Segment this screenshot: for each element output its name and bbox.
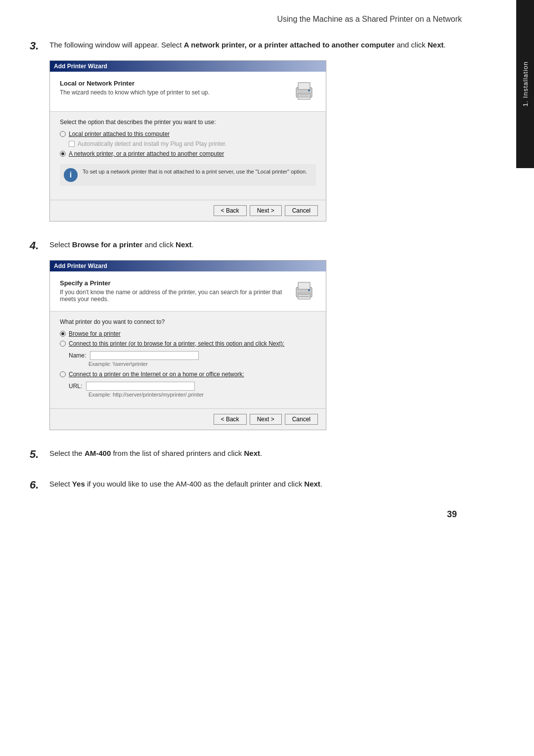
wizard-titlebar-1: Add Printer Wizard bbox=[50, 61, 326, 72]
step6-bold: Yes bbox=[72, 480, 85, 488]
svg-point-11 bbox=[308, 289, 310, 291]
info-text-1: To set up a network printer that is not … bbox=[83, 168, 307, 176]
wizard-content-1: Select the option that describes the pri… bbox=[50, 112, 326, 200]
wizard-header-title-2: Specify a Printer bbox=[60, 279, 286, 287]
radio-label-1: Local printer attached to this computer bbox=[69, 131, 170, 137]
radio-internet-printer[interactable]: Connect to a printer on the Internet or … bbox=[60, 371, 316, 378]
checkbox-label-1: Automatically detect and install my Plug… bbox=[78, 140, 227, 147]
step-4: 4. Select Browse for a printer and click… bbox=[30, 239, 487, 430]
name-example: Example: \\server\printer bbox=[89, 361, 316, 367]
step-5-header: 5. Select the AM-400 from the list of sh… bbox=[30, 448, 487, 461]
wizard-footer-1: < Back Next > Cancel bbox=[50, 200, 326, 221]
step6-text-before: Select bbox=[49, 480, 72, 488]
radio-circle-3 bbox=[60, 151, 66, 157]
step-5-number: 5. bbox=[30, 448, 44, 461]
step5-period: . bbox=[260, 449, 262, 457]
step-4-header: 4. Select Browse for a printer and click… bbox=[30, 239, 487, 252]
url-example: Example: http://server/printers/myprinte… bbox=[89, 392, 316, 398]
side-tab-label: 1. Installation bbox=[522, 61, 529, 107]
wizard-header-text-2: Specify a Printer If you don't know the … bbox=[60, 279, 286, 303]
next-button-1[interactable]: Next > bbox=[250, 205, 282, 216]
step3-text-after: and click bbox=[395, 41, 428, 49]
wizard-header-text-1: Local or Network Printer The wizard need… bbox=[60, 80, 286, 96]
step-4-number: 4. bbox=[30, 239, 44, 252]
wizard-titlebar-2: Add Printer Wizard bbox=[50, 261, 326, 271]
step-5-text: Select the AM-400 from the list of share… bbox=[49, 448, 262, 459]
side-tab: 1. Installation bbox=[516, 0, 534, 168]
step-4-text: Select Browse for a printer and click Ne… bbox=[49, 239, 194, 251]
cancel-button-2[interactable]: Cancel bbox=[285, 414, 318, 425]
svg-rect-10 bbox=[299, 296, 309, 297]
step-3-header: 3. The following window will appear. Sel… bbox=[30, 40, 487, 52]
printer-icon-2 bbox=[292, 279, 316, 303]
step5-click: Next bbox=[244, 449, 261, 457]
checkbox-box-1 bbox=[69, 141, 75, 147]
info-icon-1: i bbox=[64, 168, 78, 182]
name-form-row: Name: bbox=[69, 351, 316, 360]
radio-local-printer[interactable]: Local printer attached to this computer bbox=[60, 131, 316, 137]
step4-period: . bbox=[192, 240, 194, 249]
step-5: 5. Select the AM-400 from the list of sh… bbox=[30, 448, 487, 461]
back-button-1[interactable]: < Back bbox=[214, 205, 247, 216]
url-label: URL: bbox=[69, 383, 82, 390]
wizard-title-1: Add Printer Wizard bbox=[54, 63, 107, 70]
radio-circle-browse bbox=[60, 331, 66, 337]
radio-label-3: A network printer, or a printer attached… bbox=[69, 150, 224, 157]
wizard-header-desc-1: The wizard needs to know which type of p… bbox=[60, 89, 286, 96]
step6-period: . bbox=[320, 480, 322, 488]
step-6-number: 6. bbox=[30, 479, 44, 491]
svg-point-5 bbox=[308, 89, 310, 91]
svg-rect-4 bbox=[299, 96, 309, 97]
step-3-number: 3. bbox=[30, 40, 44, 52]
url-input[interactable] bbox=[86, 382, 195, 391]
radio-connect-printer[interactable]: Connect to this printer (or to browse fo… bbox=[60, 340, 316, 347]
wizard-title-2: Add Printer Wizard bbox=[54, 263, 107, 269]
radio-circle-1 bbox=[60, 131, 66, 137]
svg-rect-1 bbox=[298, 83, 310, 89]
wizard-dialog-2: Add Printer Wizard Specify a Printer If … bbox=[49, 260, 326, 430]
main-content: Using the Machine as a Shared Printer on… bbox=[0, 0, 516, 539]
info-box-1: i To set up a network printer that is no… bbox=[60, 164, 316, 186]
checkbox-autodetect: Automatically detect and install my Plug… bbox=[69, 140, 316, 147]
step-6-text: Select Yes if you would like to use the … bbox=[49, 479, 322, 490]
name-label: Name: bbox=[69, 352, 86, 359]
step5-text-after: from the list of shared printers and cli… bbox=[111, 449, 244, 457]
wizard-content-2: What printer do you want to connect to? … bbox=[50, 311, 326, 408]
step4-bold: Browse for a printer bbox=[72, 240, 143, 249]
step4-text-after: and click bbox=[142, 240, 176, 249]
radio-circle-internet bbox=[60, 371, 66, 377]
step3-bold: A network printer, or a printer attached… bbox=[184, 41, 395, 49]
radio-browse-printer[interactable]: Browse for a printer bbox=[60, 330, 316, 337]
radio-label-browse: Browse for a printer bbox=[69, 330, 121, 337]
step5-text-before: Select the bbox=[49, 449, 85, 457]
svg-rect-7 bbox=[298, 282, 310, 289]
back-button-2[interactable]: < Back bbox=[214, 414, 247, 425]
step3-period: . bbox=[444, 41, 445, 49]
step-3-text: The following window will appear. Select… bbox=[49, 40, 445, 51]
step3-click: Next bbox=[428, 41, 444, 49]
radio-network-printer[interactable]: A network printer, or a printer attached… bbox=[60, 150, 316, 157]
step3-text-before: The following window will appear. Select bbox=[49, 41, 184, 49]
wizard-dialog-1: Add Printer Wizard Local or Network Prin… bbox=[49, 60, 326, 222]
cancel-button-1[interactable]: Cancel bbox=[285, 205, 318, 216]
name-input[interactable] bbox=[90, 351, 199, 360]
svg-rect-9 bbox=[299, 294, 309, 295]
radio-label-internet: Connect to a printer on the Internet or … bbox=[69, 371, 244, 378]
wizard-prompt-2: What printer do you want to connect to? bbox=[60, 318, 316, 325]
step5-bold: AM-400 bbox=[85, 449, 111, 457]
step6-text-after: if you would like to use the AM-400 as t… bbox=[85, 480, 305, 488]
step-6-header: 6. Select Yes if you would like to use t… bbox=[30, 479, 487, 491]
next-button-2[interactable]: Next > bbox=[250, 414, 282, 425]
radio-label-connect: Connect to this printer (or to browse fo… bbox=[69, 340, 284, 347]
page-number: 39 bbox=[30, 509, 487, 520]
radio-circle-connect bbox=[60, 341, 66, 347]
step4-text-before: Select bbox=[49, 240, 72, 249]
wizard-footer-2: < Back Next > Cancel bbox=[50, 408, 326, 430]
wizard-header-title-1: Local or Network Printer bbox=[60, 80, 286, 87]
step-6: 6. Select Yes if you would like to use t… bbox=[30, 479, 487, 491]
svg-rect-3 bbox=[299, 94, 309, 95]
page-title: Using the Machine as a Shared Printer on… bbox=[30, 15, 487, 24]
wizard-header-desc-2: If you don't know the name or address of… bbox=[60, 289, 286, 303]
step6-click: Next bbox=[304, 480, 320, 488]
url-form-row: URL: bbox=[69, 382, 316, 391]
